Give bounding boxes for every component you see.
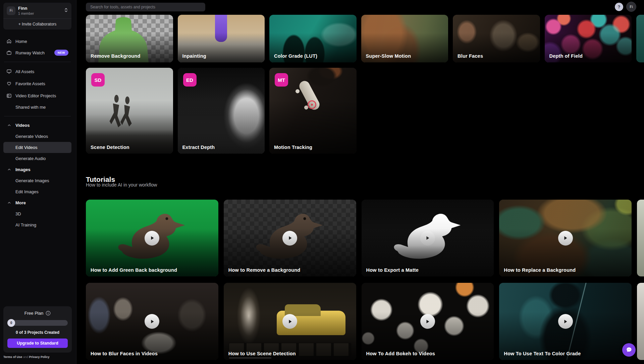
sidebar-section-images[interactable]: Images (3, 164, 71, 175)
sidebar-item-3d[interactable]: 3D (3, 208, 71, 219)
tutorial-card-remove-background[interactable]: How to Remove a Background (224, 200, 356, 276)
chat-bubble-icon (626, 347, 632, 353)
sidebar-item-generate-images[interactable]: Generate Images (3, 175, 71, 186)
sidebar-item-label: All Assets (15, 69, 34, 74)
workspace-switcher[interactable]: Fi Finn 1 member (3, 3, 71, 18)
sidebar-section-more[interactable]: More (3, 197, 71, 208)
new-badge: NEW (54, 50, 68, 56)
sidebar-item-home[interactable]: Home (3, 36, 71, 47)
tutorial-card-scene-detection[interactable]: How to Use Scene Detection (224, 283, 356, 360)
tutorials-row-2: How to Blur Faces in Videos How to Use S… (86, 283, 632, 360)
tutorial-card-label: How to Use Scene Detection (228, 351, 296, 356)
progress-knob: 0 (7, 319, 15, 327)
partial-card-sliver[interactable] (637, 283, 644, 360)
tool-card-motion-tracking[interactable]: MT Motion Tracking (269, 68, 357, 154)
sidebar-item-label: Video Editor Projects (15, 93, 56, 98)
tutorial-card-label: How to Export a Matte (366, 267, 419, 273)
sidebar-section-label: Videos (15, 123, 30, 128)
tv-icon (6, 50, 12, 55)
sidebar-item-generate-videos[interactable]: Generate Videos (3, 131, 71, 142)
tutorial-card-add-bokeh[interactable]: How To Add Bokeh to Videos (362, 283, 494, 360)
sidebar-section-videos[interactable]: Videos (3, 120, 71, 131)
sidebar-item-label: Edit Images (15, 189, 39, 194)
sidebar: Fi Finn 1 member + Invite Collaborators … (0, 0, 76, 364)
tool-card-label: Remove Background (91, 53, 140, 59)
sidebar-item-label: 3D (15, 211, 21, 216)
invite-collaborators-button[interactable]: + Invite Collaborators (3, 18, 71, 30)
sidebar-item-edit-images[interactable]: Edit Images (3, 186, 71, 197)
tutorial-card-label: How to Replace a Background (504, 267, 576, 273)
sidebar-item-generate-audio[interactable]: Generate Audio (3, 153, 71, 164)
tool-card-label: Blur Faces (458, 53, 483, 59)
workspace-updown-icon[interactable] (64, 8, 68, 14)
tutorial-card-label: How to Blur Faces in Videos (91, 351, 158, 356)
sidebar-item-edit-videos[interactable]: Edit Videos (3, 142, 71, 153)
upgrade-button[interactable]: Upgrade to Standard (7, 339, 68, 348)
sidebar-item-runway-watch[interactable]: Runway Watch NEW (3, 47, 71, 58)
terms-link[interactable]: Terms of Use (3, 355, 22, 359)
chat-button[interactable] (622, 343, 636, 357)
workspace-members: 1 member (18, 11, 61, 15)
tool-card-label: Depth of Field (549, 53, 583, 59)
chevron-up-icon (6, 200, 12, 206)
search-input[interactable] (86, 3, 205, 11)
projects-created-caption: 0 of 3 Projects Created (7, 330, 68, 335)
sidebar-item-video-editor-projects[interactable]: Video Editor Projects (3, 90, 71, 102)
tutorial-card-blur-faces[interactable]: How to Blur Faces in Videos (86, 283, 218, 360)
tutorial-card-label: How To Add Bokeh to Videos (366, 351, 435, 356)
sidebar-item-label: AI Training (15, 222, 36, 227)
sidebar-item-label: Shared with me (15, 105, 46, 110)
partial-card-sliver[interactable] (637, 200, 644, 276)
tool-card-color-grade[interactable]: Color Grade (LUT) (269, 15, 357, 62)
sidebar-section-label: More (15, 200, 26, 205)
workspace-name: Finn (18, 6, 61, 11)
help-button[interactable]: ? (615, 3, 623, 11)
tutorial-card-replace-background[interactable]: How to Replace a Background (499, 200, 632, 276)
tool-card-scene-detection[interactable]: SD Scene Detection (86, 68, 173, 154)
sidebar-divider (4, 116, 71, 116)
info-icon[interactable] (46, 311, 51, 316)
sidebar-item-shared-with-me[interactable]: Shared with me (3, 102, 71, 113)
sidebar-item-favorite-assets[interactable]: Favorite Assets (3, 77, 71, 90)
heart-icon (6, 81, 12, 86)
tool-card-label: Inpainting (182, 53, 206, 59)
tutorial-card-green-background[interactable]: How to Add Green Back background (86, 200, 218, 276)
sidebar-nav: Home Runway Watch NEW All Assets Favorit… (3, 36, 71, 230)
sidebar-item-label: Generate Videos (15, 134, 48, 139)
extract-depth-badge: ED (183, 73, 197, 87)
sidebar-item-label: Edit Videos (15, 145, 38, 150)
sidebar-item-label: Generate Images (15, 178, 49, 183)
tutorial-card-export-matte[interactable]: How to Export a Matte (362, 200, 494, 276)
tutorial-card-label: How To Use Text To Color Grade (504, 351, 581, 356)
tutorial-card-label: How to Add Green Back background (91, 267, 177, 273)
partial-card-sliver[interactable] (636, 15, 644, 62)
workspace-card: Fi Finn 1 member + Invite Collaborators (3, 3, 71, 30)
tool-card-extract-depth[interactable]: ED Extract Depth (178, 68, 265, 154)
sidebar-item-label: Generate Audio (15, 156, 46, 161)
legal-links: Terms of Use and Privacy Policy (3, 355, 49, 359)
plan-header: Free Plan (7, 311, 68, 316)
tool-card-super-slow-motion[interactable]: Super-Slow Motion (361, 15, 448, 62)
sidebar-item-all-assets[interactable]: All Assets (3, 65, 71, 77)
assets-icon (6, 69, 12, 74)
tool-card-depth-of-field[interactable]: Depth of Field (545, 15, 632, 62)
tutorial-card-text-color-grade[interactable]: How To Use Text To Color Grade (499, 283, 632, 360)
tutorial-card-label: How to Remove a Background (228, 267, 301, 273)
home-icon (6, 39, 12, 44)
workspace-meta: Finn 1 member (18, 6, 61, 15)
privacy-link[interactable]: Privacy Policy (29, 355, 49, 359)
tools-row-2: SD Scene Detection ED Extract Depth MT M… (86, 68, 632, 154)
tool-card-remove-background[interactable]: Remove Background (86, 15, 173, 62)
projects-progress-bar: 0 (7, 320, 68, 326)
workspace-avatar: Fi (7, 6, 15, 15)
tool-card-label: Super-Slow Motion (366, 53, 411, 59)
tool-card-blur-faces[interactable]: Blur Faces (453, 15, 540, 62)
tool-card-inpainting[interactable]: Inpainting (178, 15, 265, 62)
legal-conjunction: and (23, 355, 28, 359)
sidebar-item-ai-training[interactable]: AI Training (3, 219, 71, 230)
tools-row-1: Remove Background Inpainting Color Grade… (86, 15, 632, 62)
app-root: Fi Finn 1 member + Invite Collaborators … (0, 0, 644, 364)
user-avatar[interactable]: Fi (626, 2, 636, 12)
tool-card-label: Scene Detection (91, 145, 129, 150)
plan-card: Free Plan 0 0 of 3 Projects Created Upgr… (3, 306, 72, 353)
